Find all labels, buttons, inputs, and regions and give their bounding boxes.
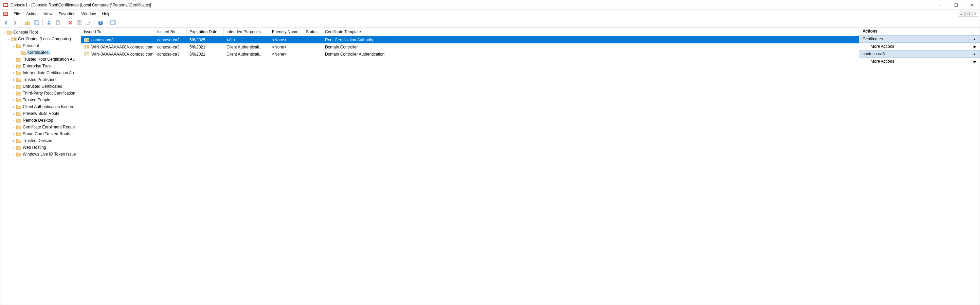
forward-button[interactable] (11, 19, 19, 27)
show-hide-tree-button[interactable] (33, 19, 40, 27)
close-button[interactable] (964, 0, 980, 10)
titlebar: Console1 - [Console Root\Certificates (L… (0, 0, 980, 10)
expander-icon[interactable]: › (11, 132, 16, 136)
delete-button[interactable] (67, 19, 74, 27)
tree-node[interactable]: ›Certificate Enrollment Reque (0, 124, 81, 131)
expander-icon[interactable]: › (11, 105, 16, 109)
list-row[interactable]: WIN-0AAAAAAA00A.contoso.comcontoso-ca35/… (81, 43, 859, 51)
expander-icon[interactable]: › (11, 98, 16, 102)
submenu-icon: ▶ (974, 59, 976, 64)
mmc-window: Console1 - [Console Root\Certificates (L… (0, 0, 980, 305)
menu-favorites[interactable]: Favorites (56, 11, 78, 17)
actions-more-certificates[interactable]: More Actions ▶ (859, 43, 980, 50)
app-icon (3, 2, 8, 8)
tree-label: Trusted Root Certification Au (23, 57, 75, 62)
tree-node[interactable]: ›Smart Card Trusted Roots (0, 131, 81, 137)
expander-icon[interactable]: ⌄ (6, 37, 11, 41)
cell-text: <None> (272, 45, 286, 49)
col-issued-to[interactable]: ˄Issued To (81, 27, 154, 36)
actions-title: Actions (859, 27, 980, 35)
list-body[interactable]: contoso-ca3contoso-ca35/6/2025<All><None… (81, 36, 859, 305)
window-controls (933, 0, 980, 10)
expander-icon[interactable]: › (11, 85, 16, 88)
menu-file[interactable]: File (11, 11, 23, 17)
folder-icon (16, 57, 21, 62)
cell-purposes: Client Authenticati... (224, 52, 269, 57)
tree-label: Intermediate Certification Au (23, 71, 74, 75)
svg-rect-8 (4, 13, 8, 14)
expander-icon[interactable]: › (11, 139, 16, 143)
expander-icon[interactable]: ⌄ (2, 30, 6, 34)
tree-node[interactable]: ›Client Authentication Issuers (0, 103, 81, 110)
submenu-icon: ▶ (974, 44, 976, 49)
tree-node[interactable]: ›Trusted People (0, 96, 81, 103)
tree-node[interactable]: ›Remote Desktop (0, 117, 81, 124)
minimize-button[interactable] (933, 0, 948, 10)
tree-node[interactable]: ›Preview Build Roots (0, 110, 81, 117)
tree-node[interactable]: ›Trusted Devices (0, 137, 81, 144)
mdi-minimize-button[interactable]: — (959, 11, 965, 17)
expander-icon[interactable]: › (11, 112, 16, 115)
mdi-restore-button[interactable]: ❐ (966, 11, 972, 17)
tree-node-personal[interactable]: ⌄ Personal (0, 43, 81, 49)
cell-issued_to: contoso-ca3 (81, 38, 154, 43)
back-button[interactable] (2, 19, 10, 27)
help-button[interactable]: ? (97, 19, 104, 27)
export-button[interactable] (84, 19, 92, 27)
expander-icon[interactable]: › (11, 71, 16, 75)
mdi-close-button[interactable]: ✕ (972, 11, 978, 17)
col-template[interactable]: Certificate Template (322, 27, 397, 36)
expander-icon[interactable]: › (11, 146, 16, 149)
tree-node-cert-snapin[interactable]: ⌄ Certificates (Local Computer) (0, 36, 81, 43)
tree-node-console-root[interactable]: ⌄ Console Root (0, 29, 81, 36)
properties-button[interactable] (75, 19, 83, 27)
cut-button[interactable] (45, 19, 52, 27)
tree-node[interactable]: ›Web Hosting (0, 144, 81, 151)
col-issued-by[interactable]: Issued By (154, 27, 187, 36)
mdi-controls: — ❐ ✕ (959, 11, 978, 17)
actions-section-selected-item[interactable]: contoso-ca3 ▲ (859, 50, 980, 58)
expander-icon[interactable]: › (11, 119, 16, 122)
actions-more-selected-item[interactable]: More Actions ▶ (859, 58, 980, 65)
cell-text: contoso-ca3 (157, 52, 179, 57)
tree-node[interactable]: ›Enterprise Trust (0, 63, 81, 70)
tree-node[interactable]: ›Untrusted Certificates (0, 83, 81, 90)
copy-button[interactable] (54, 19, 62, 27)
maximize-button[interactable] (948, 0, 964, 10)
expander-icon[interactable]: › (11, 153, 16, 156)
mdi-app-icon (3, 11, 8, 17)
expander-icon[interactable]: › (11, 65, 16, 68)
tree-node[interactable]: ›Third-Party Root Certification (0, 90, 81, 96)
tree-node[interactable]: ›Trusted Publishers (0, 76, 81, 83)
list-row[interactable]: contoso-ca3contoso-ca35/6/2025<All><None… (81, 36, 859, 43)
col-purposes[interactable]: Intended Purposes (224, 27, 269, 36)
col-label: Status (306, 30, 318, 34)
actions-section-certificates[interactable]: Certificates ▲ (859, 35, 980, 43)
col-label: Intended Purposes (226, 30, 261, 34)
svg-rect-36 (87, 46, 89, 47)
expander-icon[interactable]: › (11, 78, 16, 82)
menu-action[interactable]: Action (23, 11, 40, 17)
menu-view[interactable]: View (41, 11, 56, 17)
cell-text: 5/6/2025 (189, 38, 205, 43)
expander-icon[interactable]: › (11, 125, 16, 129)
tree-label: Web Hosting (23, 145, 46, 150)
col-status[interactable]: Status (303, 27, 322, 36)
svg-point-31 (85, 39, 86, 41)
tree-node[interactable]: ›Trusted Root Certification Au (0, 56, 81, 63)
expander-icon[interactable]: › (11, 58, 16, 61)
show-hide-action-pane-button[interactable] (109, 19, 117, 27)
cell-text: Root Certification Authority (325, 38, 373, 43)
tree-node-certificates[interactable]: Certificates (0, 49, 81, 56)
expander-icon[interactable]: › (11, 92, 16, 95)
menu-help[interactable]: Help (99, 11, 114, 17)
menu-window[interactable]: Window (78, 11, 99, 17)
tree-node[interactable]: ›Windows Live ID Token Issue (0, 151, 81, 158)
col-friendly[interactable]: Friendly Name (269, 27, 303, 36)
tree-pane[interactable]: ⌄ Console Root ⌄ Certificates (Local Com… (0, 27, 81, 305)
expander-icon[interactable]: ⌄ (11, 44, 16, 48)
col-expiration[interactable]: Expiration Date (187, 27, 224, 36)
tree-node[interactable]: ›Intermediate Certification Au (0, 70, 81, 76)
list-row[interactable]: WIN-0AAAAAAA00A.contoso.comcontoso-ca36/… (81, 51, 859, 58)
up-button[interactable] (24, 19, 31, 27)
